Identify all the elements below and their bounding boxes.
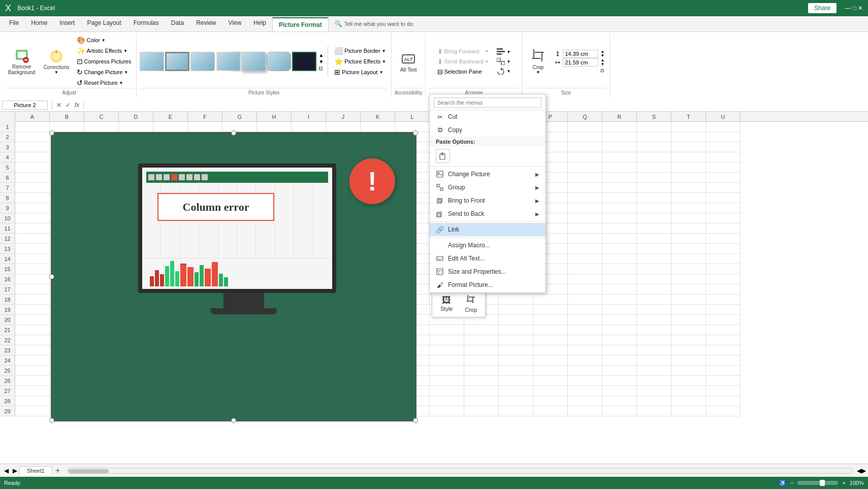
cell-3-20[interactable] — [706, 142, 741, 152]
cell-9-20[interactable] — [706, 203, 741, 213]
cell-11-20[interactable] — [706, 223, 741, 234]
cell-25-18[interactable] — [637, 366, 671, 376]
tab-review[interactable]: Review — [190, 16, 222, 31]
cell-28-20[interactable] — [706, 396, 741, 406]
cell-21-18[interactable] — [637, 325, 671, 335]
cell-9-0[interactable] — [15, 203, 50, 213]
cell-5-20[interactable] — [706, 162, 741, 173]
cell-9-16[interactable] — [568, 203, 602, 213]
cell-25-0[interactable] — [15, 366, 50, 376]
cell-14-19[interactable] — [671, 254, 706, 264]
height-down[interactable]: ▼ — [600, 54, 604, 58]
cell-16-16[interactable] — [568, 274, 602, 284]
cell-12-16[interactable] — [568, 234, 602, 244]
row-num-12[interactable]: 12 — [0, 234, 15, 244]
cell-18-0[interactable] — [15, 295, 50, 305]
cell-16-18[interactable] — [637, 274, 671, 284]
scroll-right-btn[interactable]: ▶ — [861, 467, 866, 474]
row-num-26[interactable]: 26 — [0, 376, 15, 386]
cell-18-20[interactable] — [706, 295, 741, 305]
cell-19-14[interactable] — [499, 305, 533, 315]
send-backward-button[interactable]: ⬇ Send Backward ▼ — [434, 57, 492, 67]
cell-16-0[interactable] — [15, 274, 50, 284]
cell-26-19[interactable] — [671, 376, 706, 386]
col-k[interactable]: K — [361, 112, 395, 121]
cell-26-14[interactable] — [499, 376, 533, 386]
cell-16-17[interactable] — [602, 274, 637, 284]
cell-22-14[interactable] — [499, 335, 533, 345]
style-thumb-3[interactable] — [190, 52, 215, 71]
cm-send-to-back[interactable]: Send to Back ▶ — [430, 207, 545, 220]
cell-24-15[interactable] — [533, 355, 568, 366]
row-num-3[interactable]: 3 — [0, 142, 15, 152]
cell-1-18[interactable] — [637, 122, 671, 132]
cell-4-0[interactable] — [15, 152, 50, 162]
tab-help[interactable]: Help — [247, 16, 272, 31]
cell-2-20[interactable] — [706, 132, 741, 142]
cell-25-14[interactable] — [499, 366, 533, 376]
cm-cut[interactable]: ✂ Cut — [430, 110, 545, 123]
cell-1-17[interactable] — [602, 122, 637, 132]
cancel-icon[interactable]: ✕ — [54, 101, 63, 110]
cell-28-17[interactable] — [602, 396, 637, 406]
cell-20-20[interactable] — [706, 315, 741, 325]
artistic-effects-button[interactable]: ✨ Artistic Effects ▼ — [75, 46, 134, 56]
cell-3-18[interactable] — [637, 142, 671, 152]
cell-15-16[interactable] — [568, 264, 602, 274]
cell-7-16[interactable] — [568, 183, 602, 193]
cm-format-picture[interactable]: 🖌 Format Picture... — [430, 278, 545, 291]
cell-8-16[interactable] — [568, 193, 602, 203]
cell-7-19[interactable] — [671, 183, 706, 193]
cell-28-12[interactable] — [430, 396, 464, 406]
cell-27-16[interactable] — [568, 386, 602, 396]
cm-group[interactable]: Group ▶ — [430, 181, 545, 194]
cell-13-0[interactable] — [15, 244, 50, 254]
cell-28-19[interactable] — [671, 396, 706, 406]
cell-23-18[interactable] — [637, 345, 671, 355]
cell-11-0[interactable] — [15, 223, 50, 234]
tab-page-layout[interactable]: Page Layout — [81, 16, 127, 31]
row-num-14[interactable]: 14 — [0, 254, 15, 264]
cell-6-16[interactable] — [568, 173, 602, 183]
cell-16-19[interactable] — [671, 274, 706, 284]
cell-10-16[interactable] — [568, 213, 602, 223]
cm-bring-to-front[interactable]: Bring to Front ▶ — [430, 194, 545, 207]
cell-18-19[interactable] — [671, 295, 706, 305]
cell-24-0[interactable] — [15, 355, 50, 366]
cell-18-18[interactable] — [637, 295, 671, 305]
cm-link[interactable]: 🔗 Link — [430, 223, 545, 236]
cell-21-20[interactable] — [706, 325, 741, 335]
cm-copy[interactable]: ⧉ Copy — [430, 123, 545, 137]
row-num-9[interactable]: 9 — [0, 203, 15, 213]
cell-23-17[interactable] — [602, 345, 637, 355]
cell-27-19[interactable] — [671, 386, 706, 396]
cell-12-18[interactable] — [637, 234, 671, 244]
tab-formulas[interactable]: Formulas — [127, 16, 165, 31]
picture-effects-button[interactable]: ⭐ Picture Effects ▼ — [332, 56, 388, 67]
cell-2-16[interactable] — [568, 132, 602, 142]
cell-8-18[interactable] — [637, 193, 671, 203]
cell-6-19[interactable] — [671, 173, 706, 183]
row-num-2[interactable]: 2 — [0, 132, 15, 142]
cell-20-15[interactable] — [533, 315, 568, 325]
row-num-20[interactable]: 20 — [0, 315, 15, 325]
cell-3-0[interactable] — [15, 142, 50, 152]
horizontal-scrollbar[interactable] — [67, 468, 853, 474]
cell-10-17[interactable] — [602, 213, 637, 223]
cell-17-17[interactable] — [602, 284, 637, 295]
cell-4-18[interactable] — [637, 152, 671, 162]
cell-1-20[interactable] — [706, 122, 741, 132]
bring-forward-button[interactable]: ⬆ Bring Forward ▼ — [434, 47, 492, 56]
cell-17-16[interactable] — [568, 284, 602, 295]
cell-21-16[interactable] — [568, 325, 602, 335]
cell-26-15[interactable] — [533, 376, 568, 386]
row-num-8[interactable]: 8 — [0, 193, 15, 203]
cell-8-17[interactable] — [602, 193, 637, 203]
cell-7-17[interactable] — [602, 183, 637, 193]
cell-25-17[interactable] — [602, 366, 637, 376]
cell-29-15[interactable] — [533, 406, 568, 416]
cell-18-17[interactable] — [602, 295, 637, 305]
cell-10-19[interactable] — [671, 213, 706, 223]
cell-7-0[interactable] — [15, 183, 50, 193]
cm-assign-macro[interactable]: Assign Macro... — [430, 239, 545, 252]
